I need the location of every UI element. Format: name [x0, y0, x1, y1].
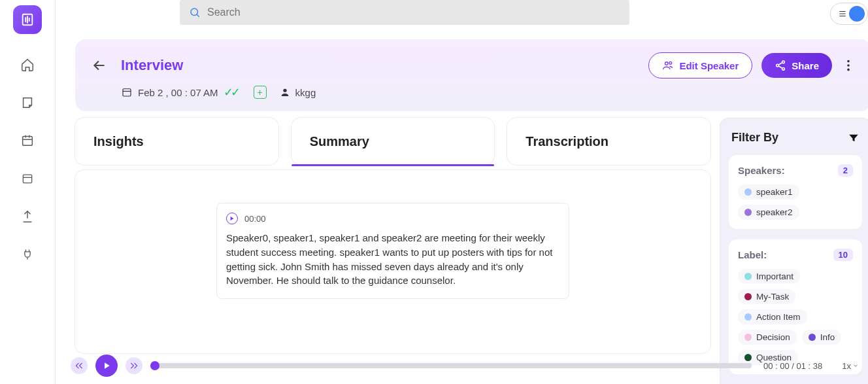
main-panel: Insights Summary Transcription 00:00 Spe… [75, 118, 710, 384]
more-menu[interactable] [841, 58, 856, 73]
avatar [849, 6, 865, 22]
filter-icon[interactable] [848, 132, 860, 144]
calendar-day-icon[interactable] [20, 171, 35, 186]
labels-count: 10 [833, 249, 853, 261]
add-button[interactable]: + [254, 86, 267, 99]
datetime-text: Feb 2 , 00 : 07 AM [138, 87, 218, 98]
summary-panel: 00:00 Speaker0, speaker1, speaker1 and s… [75, 170, 710, 353]
svg-point-10 [847, 64, 850, 67]
color-dot [744, 313, 752, 321]
app-logo[interactable] [13, 5, 42, 34]
play-segment-button[interactable] [226, 213, 238, 224]
svg-point-13 [283, 89, 286, 92]
speaker-chip[interactable]: speaker1 [738, 184, 799, 200]
svg-rect-12 [123, 89, 131, 96]
svg-rect-2 [23, 175, 31, 183]
audio-player: 00 : 00 / 01 : 38 1x [61, 353, 868, 379]
svg-point-9 [847, 60, 850, 63]
label-chip[interactable]: Action Item [738, 309, 807, 324]
search-input[interactable] [207, 7, 620, 18]
owner-field: kkgg [280, 87, 316, 98]
svg-point-4 [665, 62, 669, 65]
checkmarks-icon: ✓✓ [224, 85, 238, 99]
play-button[interactable] [95, 355, 118, 377]
edit-speaker-label: Edit Speaker [679, 60, 739, 71]
svg-point-5 [669, 61, 672, 64]
filter-title: Filter By [731, 131, 778, 145]
filter-panel: Filter By Speakers: 2 speaker1speaker2 L… [720, 118, 868, 384]
datetime-field[interactable]: Feb 2 , 00 : 07 AM ✓✓ [121, 85, 238, 99]
player-time: 00 : 00 / 01 : 38 [763, 361, 822, 371]
svg-rect-1 [23, 137, 33, 146]
search-icon [189, 7, 201, 18]
divider [55, 0, 56, 384]
summary-card: 00:00 Speaker0, speaker1, speaker1 and s… [216, 203, 569, 299]
label-chip-label: My-Task [756, 292, 789, 302]
color-dot [744, 293, 752, 300]
svg-point-11 [847, 69, 850, 71]
share-button[interactable]: Share [761, 53, 832, 78]
upload-icon[interactable] [20, 209, 35, 224]
label-chip[interactable]: Important [738, 269, 800, 284]
rewind-button[interactable] [71, 357, 88, 374]
forward-button[interactable] [125, 357, 142, 374]
calendar-week-icon[interactable] [20, 133, 35, 148]
speakers-label: Speakers: [738, 165, 785, 176]
users-icon [662, 60, 674, 71]
label-chip-label: Decision [756, 332, 790, 342]
speaker-chip-label: speaker2 [756, 207, 793, 217]
label-chip[interactable]: Decision [738, 330, 797, 345]
color-dot [744, 273, 752, 280]
person-icon [280, 87, 290, 97]
seek-knob[interactable] [150, 361, 159, 370]
speakers-card: Speakers: 2 speaker1speaker2 [729, 155, 862, 229]
speakers-count: 2 [838, 164, 853, 177]
top-right-controls [830, 3, 868, 25]
label-chip-label: Important [756, 271, 793, 281]
share-label: Share [792, 60, 819, 71]
tab-insights[interactable]: Insights [75, 118, 278, 165]
edit-speaker-button[interactable]: Edit Speaker [648, 52, 752, 79]
labels-label: Label: [738, 249, 767, 260]
color-dot [809, 334, 816, 341]
menu-icon [837, 9, 848, 18]
account-menu[interactable] [830, 3, 868, 25]
label-chip[interactable]: My-Task [738, 289, 795, 304]
tab-summary[interactable]: Summary [292, 118, 495, 165]
plug-icon[interactable] [20, 247, 35, 262]
summary-text: Speaker0, speaker1, speaker1 and speaker… [226, 231, 559, 288]
seek-track[interactable] [150, 363, 752, 368]
search-bar[interactable] [180, 0, 629, 25]
page-title: Interview [121, 57, 183, 74]
share-icon [775, 60, 786, 71]
label-chip[interactable]: Info [802, 330, 842, 345]
playback-speed[interactable]: 1x [842, 361, 859, 371]
summary-timestamp: 00:00 [244, 214, 266, 224]
chevron-down-icon [852, 362, 859, 369]
label-chip-label: Action Item [756, 312, 801, 322]
left-rail [0, 0, 55, 384]
label-chip-label: Info [820, 332, 835, 342]
color-dot [744, 188, 752, 196]
content: Interview Edit Speaker Share Feb 2 , 00 … [75, 39, 868, 351]
speaker-chip[interactable]: speaker2 [738, 205, 799, 220]
header-card: Interview Edit Speaker Share Feb 2 , 00 … [75, 39, 868, 111]
calendar-icon [121, 86, 133, 98]
back-button[interactable] [91, 57, 108, 74]
speaker-chip-label: speaker1 [756, 187, 793, 197]
color-dot [744, 209, 752, 216]
tabs: Insights Summary Transcription [75, 118, 710, 165]
owner-text: kkgg [295, 87, 316, 98]
note-icon[interactable] [20, 96, 35, 110]
svg-point-3 [191, 9, 198, 16]
tab-transcription[interactable]: Transcription [507, 118, 710, 165]
home-icon[interactable] [20, 58, 35, 72]
color-dot [744, 334, 752, 341]
